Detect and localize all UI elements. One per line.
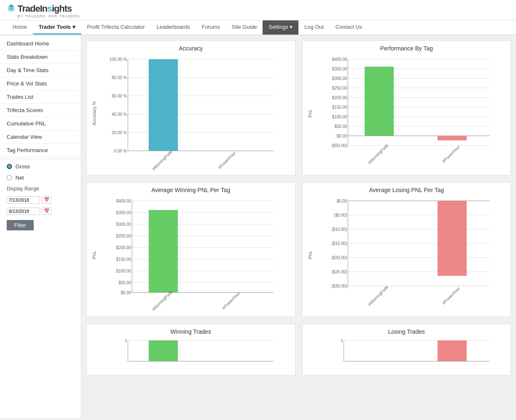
svg-text:#PowerHour: #PowerHour <box>221 291 241 311</box>
svg-text:$150.00: $150.00 <box>332 105 347 110</box>
nav-profit-trifecta[interactable]: Profit Trifecta Calculator <box>81 20 151 35</box>
nav-settings[interactable]: Settings ▾ <box>263 20 298 35</box>
svg-text:$0.00: $0.00 <box>336 134 347 138</box>
sidebar-item-trades-list[interactable]: Trades List <box>0 90 81 104</box>
sidebar-item-dashboard-home[interactable]: Dashboard Home <box>0 37 81 50</box>
date2-calendar-button[interactable]: 📅 <box>42 207 52 215</box>
losing-trades-content: 1 <box>313 338 508 372</box>
logo-subtitle: By Traders. For Traders. <box>7 14 81 18</box>
svg-text:($30.00): ($30.00) <box>331 284 347 288</box>
sidebar-item-day-time-stats[interactable]: Day & Time Stats <box>0 64 81 77</box>
date1-calendar-button[interactable]: 📅 <box>42 196 52 204</box>
avg-winning-title: Average Winning PNL Per Tag <box>90 187 292 193</box>
nav-home[interactable]: Home <box>7 20 33 35</box>
winning-trades-y-label <box>90 338 98 372</box>
svg-text:#PowerHour: #PowerHour <box>441 144 461 164</box>
svg-point-2 <box>10 5 13 7</box>
svg-text:1: 1 <box>341 338 343 343</box>
svg-text:$250.00: $250.00 <box>332 86 347 90</box>
avg-winning-y-label: PnL <box>90 197 98 313</box>
nav-forums[interactable]: Forums <box>196 20 226 35</box>
accuracy-chart: Accuracy Accuracy % 100 <box>86 40 296 175</box>
svg-text:40.00 %: 40.00 % <box>112 112 127 117</box>
svg-text:($25.00): ($25.00) <box>331 270 347 274</box>
accuracy-svg: 100.00 % 80.00 % 60.00 % 40.00 % 20.00 %… <box>98 55 292 172</box>
logo-icon <box>7 4 16 13</box>
svg-text:20.00 %: 20.00 % <box>112 130 127 135</box>
avg-losing-pnl-chart: Average Losing PNL Per Tag PnL $0.00 <box>302 182 511 317</box>
accuracy-title: Accuracy <box>90 45 292 52</box>
logo-area: TradeInsights By Traders. For Traders. <box>7 3 81 18</box>
svg-text:($15.00): ($15.00) <box>331 241 347 246</box>
filter-button[interactable]: Filter <box>7 220 34 230</box>
svg-rect-41 <box>437 136 466 140</box>
nav-contact-us[interactable]: Contact Us <box>330 20 368 35</box>
avg-losing-svg: $0.00 ($5.00) ($10.00) ($15.00) ($20.00)… <box>313 197 508 313</box>
svg-text:$100.00: $100.00 <box>332 115 347 119</box>
nav: Home Trader Tools ▾ Profit Trifecta Calc… <box>0 20 516 35</box>
gross-radio[interactable] <box>7 164 12 169</box>
svg-text:$350.00: $350.00 <box>332 67 347 71</box>
performance-by-tag-title: Performance By Tag <box>306 45 508 52</box>
svg-text:100.00 %: 100.00 % <box>109 57 127 62</box>
sidebar-item-stats-breakdown[interactable]: Stats Breakdown <box>0 50 81 64</box>
net-radio-row[interactable]: Net <box>0 172 81 183</box>
svg-text:$250.00: $250.00 <box>116 234 132 238</box>
logo-text: TradeInsights <box>18 3 72 14</box>
accuracy-chart-inner: Accuracy % 100.00 % 80.00 % <box>90 55 292 172</box>
sidebar: Dashboard Home Stats Breakdown Day & Tim… <box>0 35 81 418</box>
losing-trades-y-label <box>306 338 313 372</box>
sidebar-item-price-vol-stats[interactable]: Price & Vol Stats <box>0 77 81 90</box>
svg-text:#MorningFade: #MorningFade <box>367 143 389 165</box>
svg-rect-92 <box>149 340 178 361</box>
nav-site-guide[interactable]: Site Guide <box>226 20 263 35</box>
date1-input[interactable] <box>7 196 40 204</box>
charts-grid: Accuracy Accuracy % 100 <box>86 40 511 375</box>
winning-trades-content: 1 <box>98 338 292 372</box>
svg-text:#MorningFade: #MorningFade <box>367 285 389 307</box>
svg-text:$0.00: $0.00 <box>336 199 347 203</box>
losing-trades-title: Losing Trades <box>306 328 508 335</box>
svg-text:($10.00): ($10.00) <box>331 227 347 232</box>
accuracy-y-label: Accuracy % <box>90 55 98 172</box>
svg-rect-40 <box>364 67 393 136</box>
svg-text:$50.00: $50.00 <box>118 280 131 285</box>
nav-trader-tools[interactable]: Trader Tools ▾ <box>33 20 81 35</box>
svg-text:($50.00): ($50.00) <box>331 143 347 148</box>
svg-text:$400.00: $400.00 <box>116 199 132 203</box>
sidebar-item-calendar-view[interactable]: Calendar View <box>0 130 81 144</box>
date1-row: 📅 <box>0 194 81 205</box>
winning-trades-title: Winning Trades <box>90 328 292 335</box>
avg-winning-pnl-chart: Average Winning PNL Per Tag PnL <box>86 182 296 317</box>
net-radio[interactable] <box>7 175 12 180</box>
svg-text:($20.00): ($20.00) <box>331 255 347 260</box>
nav-leaderboards[interactable]: Leaderboards <box>150 20 195 35</box>
sidebar-item-cumulative-pnl[interactable]: Cumulative PNL <box>0 117 81 130</box>
avg-winning-inner: PnL $400.00 $ <box>90 197 292 313</box>
sidebar-item-tag-performance[interactable]: Tag Performance <box>0 144 81 157</box>
app: Dashboard Home Stats Breakdown Day & Tim… <box>0 35 516 418</box>
nav-logout[interactable]: Log Out <box>298 20 329 35</box>
date2-input[interactable] <box>7 208 40 215</box>
svg-text:($5.00): ($5.00) <box>334 213 347 218</box>
sidebar-item-trifecta-scores[interactable]: Trifecta Scores <box>0 104 81 117</box>
svg-rect-83 <box>437 201 466 276</box>
winning-trades-chart: Winning Trades 1 <box>86 324 296 375</box>
perf-chart-inner: PnL <box>306 55 508 172</box>
svg-text:$200.00: $200.00 <box>332 95 347 100</box>
filter-btn-row: Filter <box>0 217 81 234</box>
gross-radio-row[interactable]: Gross <box>0 161 81 172</box>
sidebar-divider <box>0 159 81 159</box>
svg-rect-64 <box>149 210 178 292</box>
display-range-label: Display Range <box>0 183 81 194</box>
svg-text:80.00 %: 80.00 % <box>112 75 127 80</box>
performance-by-tag-chart: Performance By Tag PnL <box>302 40 511 175</box>
svg-point-1 <box>8 8 15 12</box>
svg-text:#PowerHour: #PowerHour <box>441 286 461 306</box>
perf-y-label: PnL <box>306 55 313 172</box>
avg-losing-content: $0.00 ($5.00) ($10.00) ($15.00) ($20.00)… <box>313 197 508 313</box>
logo: TradeInsights <box>7 3 81 14</box>
svg-text:$300.00: $300.00 <box>332 76 347 81</box>
avg-losing-inner: PnL $0.00 ($5.00) ($10.00) <box>306 197 508 313</box>
svg-text:$400.00: $400.00 <box>332 57 347 62</box>
